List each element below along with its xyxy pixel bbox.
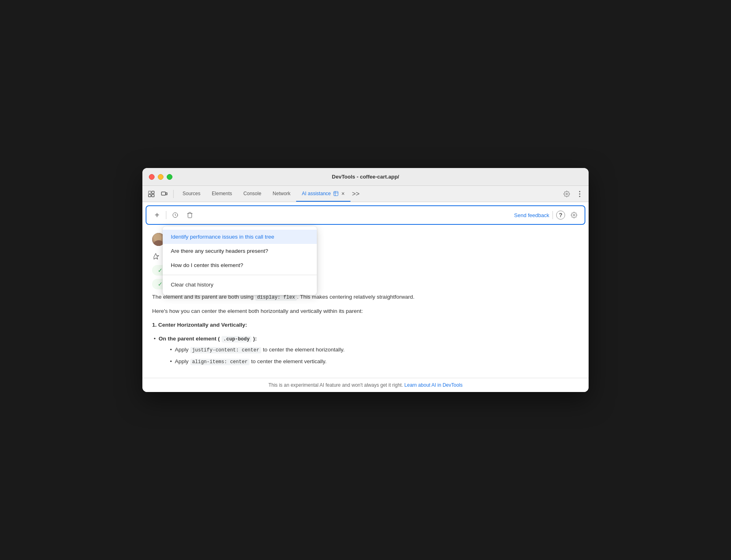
- learn-more-link[interactable]: Learn about AI in DevTools: [404, 382, 462, 388]
- svg-point-6: [579, 191, 580, 192]
- svg-rect-5: [166, 193, 167, 195]
- settings-icon[interactable]: [561, 188, 572, 200]
- close-tab-icon[interactable]: ×: [341, 190, 344, 197]
- list-item-parent-label: On the parent element ( .cup-body ):: [159, 336, 257, 342]
- tab-elements[interactable]: Elements: [206, 186, 238, 202]
- list-item-justify: Apply justify-content: center to center …: [168, 345, 579, 355]
- svg-rect-0: [148, 191, 151, 194]
- svg-rect-3: [152, 194, 154, 197]
- close-button[interactable]: [149, 174, 155, 180]
- dropdown-item-clear[interactable]: Clear chat history: [163, 278, 317, 292]
- tab-list: Sources Elements Console Network AI assi…: [177, 186, 559, 202]
- list-item-parent: On the parent element ( .cup-body ): App…: [152, 334, 579, 366]
- ai-settings-button[interactable]: [568, 209, 580, 221]
- toolbar-right: [561, 188, 585, 200]
- history-dropdown: Identify performance issues in this call…: [163, 226, 317, 295]
- response-section-title: 1. Center Horizontally and Vertically:: [152, 321, 579, 330]
- ai-toolbar-right: Send feedback ?: [514, 209, 580, 221]
- tab-sources[interactable]: Sources: [177, 186, 206, 202]
- traffic-lights: [149, 174, 172, 180]
- check-icon-2: ✓: [158, 281, 163, 287]
- svg-point-7: [579, 193, 580, 194]
- send-feedback-link[interactable]: Send feedback: [514, 212, 549, 218]
- tab-network[interactable]: Network: [267, 186, 296, 202]
- dropdown-item-security[interactable]: Are there any security headers present?: [163, 244, 317, 258]
- tab-console[interactable]: Console: [238, 186, 267, 202]
- browser-window: DevTools - coffee-cart.app/ Sources Elem: [142, 168, 589, 392]
- device-toolbar-icon[interactable]: [159, 188, 170, 200]
- svg-rect-4: [161, 192, 166, 195]
- dropdown-item-performance[interactable]: Identify performance issues in this call…: [163, 230, 317, 244]
- section-title-text: 1. Center Horizontally and Vertically:: [152, 322, 247, 328]
- panel-footer: This is an experimental AI feature and w…: [142, 378, 589, 392]
- response-sublist: Apply justify-content: center to center …: [168, 345, 579, 366]
- inline-code-align: align-items: center: [190, 359, 250, 365]
- inline-code-justify: justify-content: center: [190, 347, 262, 353]
- response-list-main: On the parent element ( .cup-body ): App…: [152, 334, 579, 366]
- toolbar-divider-1: [173, 190, 174, 198]
- minimize-button[interactable]: [158, 174, 163, 180]
- dropdown-separator: [163, 275, 317, 275]
- inline-code-flex: display: flex: [255, 294, 297, 301]
- dropdown-item-center[interactable]: How do I center this element?: [163, 258, 317, 272]
- check-icon-1: ✓: [158, 267, 163, 274]
- tab-ai-assistance[interactable]: AI assistance ×: [296, 186, 350, 202]
- delete-chat-button[interactable]: [184, 209, 196, 221]
- ai-toolbar-divider-2: [553, 211, 553, 219]
- more-tabs-button[interactable]: >>: [350, 189, 361, 199]
- ai-sparkle-icon: [152, 253, 159, 262]
- svg-rect-1: [152, 191, 154, 194]
- window-title: DevTools - coffee-cart.app/: [332, 174, 399, 180]
- maximize-button[interactable]: [167, 174, 172, 180]
- list-item-align: Apply align-items: center to center the …: [168, 357, 579, 366]
- svg-rect-2: [148, 194, 151, 197]
- inline-code-cup-body: .cup-body: [221, 336, 252, 342]
- title-bar: DevTools - coffee-cart.app/: [142, 168, 589, 186]
- svg-point-8: [579, 196, 580, 197]
- more-options-icon[interactable]: [574, 188, 585, 200]
- devtools-toolbar: Sources Elements Console Network AI assi…: [142, 186, 589, 202]
- new-chat-button[interactable]: +: [151, 209, 163, 221]
- ai-panel: + Send feedback ?: [142, 202, 589, 392]
- response-para-2: Here's how you can center the element bo…: [152, 307, 579, 316]
- help-button[interactable]: ?: [556, 211, 565, 220]
- ai-toolbar-divider: [166, 211, 166, 219]
- chat-history-button[interactable]: [170, 209, 181, 221]
- inspector-icon[interactable]: [146, 188, 157, 200]
- ai-toolbar: + Send feedback ?: [146, 205, 585, 225]
